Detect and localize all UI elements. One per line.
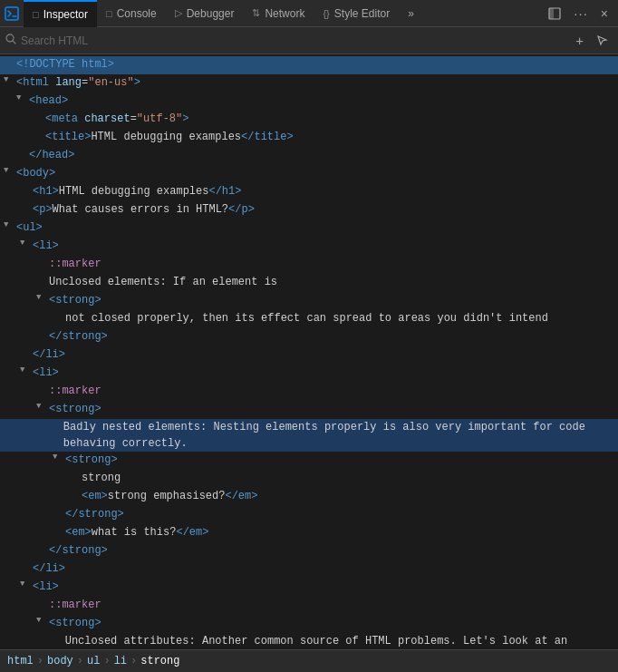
tree-line-em1[interactable]: <em>strong emphasised?</em> [0, 488, 618, 506]
tree-line-head-open[interactable]: <head> [0, 93, 618, 111]
tag-li1-close: </li> [33, 346, 65, 363]
devtools-logo [2, 4, 22, 24]
tree-line-li1-text[interactable]: Unclosed elements: If an element is [0, 274, 618, 292]
triangle-li1[interactable] [20, 238, 33, 250]
attr-lang: lang [55, 74, 82, 91]
tab-debugger[interactable]: ▷ Debugger [166, 0, 244, 27]
breadcrumb-sep-4: › [130, 655, 137, 667]
triangle-strong2[interactable] [36, 401, 49, 414]
breadcrumb-ul[interactable]: ul [87, 655, 100, 667]
tab-list: □ Inspector □ Console ▷ Debugger ⇅ Netwo… [24, 0, 423, 27]
tree-line-strong4-open[interactable]: <strong> [0, 615, 618, 633]
dock-button[interactable] [544, 5, 565, 23]
tree-line-strong1-open[interactable]: <strong> [0, 292, 618, 310]
tag-em2-close: </em> [176, 524, 208, 541]
tab-network[interactable]: ⇅ Network [243, 0, 314, 27]
tag-strong4: <strong> [49, 615, 101, 631]
breadcrumb-body[interactable]: body [47, 655, 73, 667]
tree-line-li3-open[interactable]: <li> [0, 579, 618, 597]
triangle-head[interactable] [16, 93, 29, 105]
tree-line-strong3-open[interactable]: <strong> [0, 452, 618, 470]
network-icon: ⇅ [252, 7, 260, 19]
style-editor-icon: {} [323, 8, 329, 19]
tag-h1-close: </h1> [208, 183, 241, 200]
tree-line-marker1[interactable]: ::marker [0, 256, 618, 274]
tab-style-editor-label: Style Editor [334, 7, 390, 20]
tree-line-strong3-close[interactable]: </strong> [0, 506, 618, 524]
tag-strong2: <strong> [49, 401, 101, 417]
tag-head: <head> [29, 93, 68, 109]
tab-overflow[interactable]: » [399, 0, 423, 27]
tree-line-ul-open[interactable]: <ul> [0, 219, 618, 238]
tree-line-strong2-open[interactable]: <strong> [0, 401, 618, 419]
tree-line-h1[interactable]: <h1>HTML debugging examples</h1> [0, 183, 618, 201]
triangle-strong4[interactable] [36, 615, 49, 628]
tree-line-title[interactable]: <title>HTML debugging examples</title> [0, 129, 618, 147]
doctype-text: <!DOCTYPE html> [16, 56, 114, 73]
tree-line-badly-nested[interactable]: Badly nested elements: Nesting elements … [0, 419, 618, 452]
breadcrumb-sep-1: › [37, 655, 43, 667]
pseudo-marker2: ::marker [49, 383, 101, 399]
triangle-li2[interactable] [20, 365, 33, 377]
tab-inspector[interactable]: □ Inspector [24, 0, 97, 27]
breadcrumb-html[interactable]: html [7, 655, 34, 667]
more-options-button[interactable]: ··· [569, 3, 593, 24]
tree-line-strong1-text[interactable]: not closed properly, then its effect can… [0, 310, 618, 328]
tag-meta: <meta [45, 111, 84, 127]
close-button[interactable]: × [596, 4, 613, 24]
tree-line-marker2[interactable]: ::marker [0, 383, 618, 401]
tab-style-editor[interactable]: {} Style Editor [314, 0, 399, 27]
breadcrumb-strong[interactable]: strong [140, 655, 179, 667]
tree-line-em2[interactable]: <em>what is this?</em> [0, 524, 618, 542]
tree-line-p[interactable]: <p>What causes errors in HTML?</p> [0, 201, 618, 219]
html-tree[interactable]: <!DOCTYPE html> <html lang="en-us"> <hea… [0, 54, 618, 649]
tree-line-li2-open[interactable]: <li> [0, 365, 618, 383]
tab-inspector-label: Inspector [43, 8, 88, 21]
tree-line-li1-close[interactable]: </li> [0, 346, 618, 365]
triangle-strong3[interactable] [53, 452, 65, 464]
tag-strong2-close: </strong> [49, 542, 108, 559]
add-node-button[interactable]: + [571, 30, 588, 51]
strong4-text: Unclosed attributes: Another common sour… [65, 633, 614, 649]
tree-line-body-open[interactable]: <body> [0, 165, 618, 183]
tag-em2: <em> [65, 524, 92, 541]
tag-li2-close: </li> [33, 560, 65, 577]
triangle-ul[interactable] [4, 219, 16, 232]
tree-line-marker3[interactable]: ::marker [0, 597, 618, 615]
tree-line-head-close[interactable]: </head> [0, 147, 618, 165]
search-icon [5, 34, 16, 47]
tab-console[interactable]: □ Console [97, 0, 166, 27]
tree-line-li2-close[interactable]: </li> [0, 560, 618, 579]
tree-line-strong3-text[interactable]: strong [0, 470, 618, 488]
breadcrumb-li[interactable]: li [114, 655, 127, 667]
tag-em1-close: </em> [225, 488, 257, 504]
attr-charset-val: "utf-8" [137, 111, 182, 127]
tree-line-strong4-text[interactable]: Unclosed attributes: Another common sour… [0, 633, 618, 649]
strong1-text: not closed properly, then its effect can… [65, 310, 548, 326]
console-icon: □ [106, 8, 112, 19]
triangle-body[interactable] [4, 165, 16, 178]
tag-strong3: <strong> [65, 452, 118, 468]
pseudo-marker1: ::marker [49, 256, 101, 272]
tree-line-strong1-close[interactable]: </strong> [0, 328, 618, 346]
eq2: = [130, 111, 137, 127]
tag-li2: <li> [33, 365, 59, 381]
inspector-icon: □ [33, 9, 39, 20]
tree-line-doctype[interactable]: <!DOCTYPE html> [0, 56, 618, 74]
tag-meta-close: > [182, 111, 188, 127]
tree-line-html-open[interactable]: <html lang="en-us"> [0, 74, 618, 93]
tag-html-close: > [134, 74, 140, 91]
tab-bar-actions: ··· × [544, 3, 618, 24]
search-input[interactable] [21, 34, 566, 47]
tab-debugger-label: Debugger [187, 7, 235, 20]
strong3-text: strong [82, 470, 121, 486]
tree-line-li1-open[interactable]: <li> [0, 238, 618, 256]
tree-line-strong2-close[interactable]: </strong> [0, 542, 618, 560]
triangle-html[interactable] [4, 74, 16, 87]
attr-lang-val: "en-us" [88, 74, 133, 91]
triangle-strong1[interactable] [36, 292, 49, 305]
triangle-li3[interactable] [20, 579, 33, 591]
tag-head-close: </head> [29, 147, 74, 163]
pick-element-button[interactable] [592, 32, 613, 49]
tree-line-meta[interactable]: <meta charset="utf-8"> [0, 111, 618, 129]
